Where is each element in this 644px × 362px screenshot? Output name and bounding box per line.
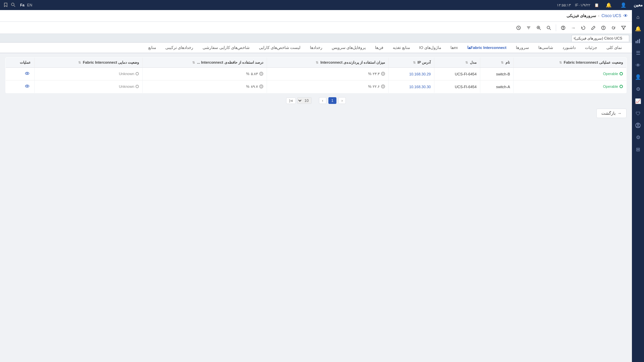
home-icon[interactable]: ⌂	[633, 11, 643, 22]
row2-ip: 10.168.30.30	[389, 80, 434, 93]
gear-sidebar-icon[interactable]: ⚙	[633, 84, 643, 95]
row1-op-status: Operable	[514, 68, 627, 80]
notification-top-icon[interactable]: 🔔	[603, 0, 614, 10]
tab-modul-io[interactable]: ماژول‌های IO	[415, 43, 446, 53]
col-ip[interactable]: آدرس IP ⇅	[389, 58, 434, 68]
status-unknown-dot2	[136, 85, 139, 88]
sort-icon-fi: ⇅	[559, 61, 562, 64]
forward-btn[interactable]: →	[569, 24, 578, 32]
tab-fan[interactable]: فن‌ها	[370, 43, 388, 53]
lang-en[interactable]: EN	[27, 3, 32, 7]
table-row: Operable switch-B UCS-FI-6454 10.168.30.…	[6, 68, 627, 80]
user-circle-icon[interactable]	[633, 120, 643, 131]
table-row: Operable switch-A UCS-FI-6454 10.168.30.…	[6, 80, 627, 93]
tab-dashboard[interactable]: داشبورد	[558, 43, 580, 53]
tab-namai-kol[interactable]: نمای کلی	[602, 43, 627, 53]
search-top-icon[interactable]	[11, 2, 15, 8]
tab-chassiha[interactable]: شاسی‌ها	[534, 43, 558, 53]
row1-name: switch-B	[480, 68, 514, 80]
user-top-icon[interactable]: 👤	[618, 0, 629, 10]
col-interconnect-usage[interactable]: میزان استفاده از پردازنده‌ی Interconnect…	[267, 58, 389, 68]
data-table: وضعیت عملیاتی Fabric Interconnect ⇅ نام …	[5, 57, 627, 93]
back-button[interactable]: → بازگشت	[596, 109, 627, 118]
row1-thermal: Unknown	[35, 68, 143, 80]
help-btn[interactable]	[559, 24, 568, 32]
app-logo: معین	[634, 3, 643, 7]
col-name[interactable]: نام ⇅	[480, 58, 514, 68]
prev-page-btn[interactable]: ‹	[338, 97, 346, 104]
svg-point-25	[26, 73, 28, 74]
sort-icon-name: ⇅	[501, 61, 503, 64]
current-page-btn[interactable]: 1	[328, 97, 336, 104]
tab-profile-service[interactable]: پروفایل‌های سرویس	[327, 43, 370, 53]
status-badge-operable: Operable	[603, 72, 623, 76]
tab-window-bar: Cisco UCS (سرورهای فیزیکی) ×	[0, 34, 632, 43]
tab-fabric-interconnect[interactable]: Fabric Interconnect‌ها	[463, 43, 511, 53]
tab-joziyat[interactable]: جزئیات	[580, 43, 602, 53]
bookmark-icon[interactable]	[3, 2, 8, 8]
row2-ip-link[interactable]: 10.168.30.30	[409, 85, 431, 89]
lang-fa[interactable]: Fa	[20, 3, 24, 7]
tab-window-label: Cisco UCS (سرورهای فیزیکی)	[575, 36, 622, 41]
tab-servera[interactable]: سرورها	[511, 43, 534, 53]
svg-point-11	[563, 29, 564, 29]
refresh-btn[interactable]	[609, 24, 618, 32]
sort-icon-thermal: ⇅	[78, 61, 81, 64]
col-memory-usage[interactable]: درصد استفاده از حافظه‌ی Interconnect ...…	[143, 58, 267, 68]
menu-icon[interactable]: ☰	[633, 48, 643, 58]
last-page-btn[interactable]: ⊳|	[286, 98, 296, 104]
page-size-select[interactable]: 10 20 50	[297, 97, 312, 104]
toolbar-divider	[556, 24, 556, 31]
grid-icon[interactable]: ⊞	[633, 144, 643, 155]
row2-cpu-val: ۲۲.۶ %	[368, 84, 385, 89]
eye-sidebar-icon[interactable]: 👁	[633, 60, 643, 70]
person-icon[interactable]: 👤	[633, 72, 643, 82]
breadcrumb: Cisco UCS › سرورهای فیزیکی	[567, 13, 621, 18]
tab-ex[interactable]: ex‌ها	[446, 43, 463, 53]
tab-bar: نمای کلی جزئیات داشبورد شاسی‌ها سرورها F…	[0, 43, 632, 53]
status-dot-operable2	[620, 85, 623, 88]
tab-window-close[interactable]: ×	[573, 37, 575, 40]
edit-btn[interactable]	[589, 24, 598, 32]
row1-actions	[6, 68, 35, 80]
tab-rakhd[interactable]: رخدادها	[305, 43, 327, 53]
breadcrumb-separator: ›	[598, 13, 599, 18]
active-tab-window[interactable]: Cisco UCS (سرورهای فیزیکی) ×	[572, 35, 629, 42]
status-badge-operable2: Operable	[603, 84, 623, 88]
settings-cog-icon[interactable]: ⚙	[633, 132, 643, 143]
right-sidebar: معین ⌂ 🔔 ☰ 👁 👤 ⚙ 📈 🛡 ⚙ ⊞	[632, 0, 644, 362]
mem2-metric-icon	[259, 84, 263, 88]
tab-list-sharekhs[interactable]: لیست شاخص‌های کارایی	[254, 43, 305, 53]
view-icon: 👁	[623, 13, 628, 18]
back-icon: →	[618, 111, 622, 116]
auto-refresh-btn[interactable]	[514, 24, 523, 32]
info-btn[interactable]	[599, 24, 608, 32]
zoom-btn[interactable]	[534, 24, 543, 32]
tab-rakhd-tarkibi[interactable]: رخدادهای ترکیبی	[161, 43, 198, 53]
row2-mem: ۸۹.۷ %	[143, 80, 267, 93]
trend-icon[interactable]: 📈	[633, 96, 643, 107]
col-operational-status-fi[interactable]: وضعیت عملیاتی Fabric Interconnect ⇅	[514, 58, 627, 68]
next-page-btn[interactable]: ›	[319, 97, 326, 104]
tab-sharekhs-karai[interactable]: شاخص‌های کارایی سفارشی	[198, 43, 254, 53]
col-fabric-status[interactable]: وضعیت دمایی Fabric Interconnect ⇅	[35, 58, 143, 68]
second-bar: 👁 Cisco UCS › سرورهای فیزیکی	[0, 10, 632, 22]
row1-eye-button[interactable]	[23, 70, 31, 77]
tab-manabe-taghzie[interactable]: منابع تغذیه	[388, 43, 414, 53]
search-btn[interactable]	[544, 24, 553, 32]
row2-actions	[6, 80, 35, 93]
chart-bar-icon[interactable]	[633, 36, 643, 46]
row1-ip-link[interactable]: 10.168.30.29	[409, 72, 431, 76]
sort-btn[interactable]	[524, 24, 533, 32]
tab-manabe[interactable]: منابع	[144, 43, 161, 53]
row2-eye-button[interactable]	[23, 83, 31, 90]
col-model[interactable]: مدل ⇅	[434, 58, 480, 68]
row1-model: UCS-FI-6454	[434, 68, 480, 80]
shield-icon[interactable]: 🛡	[633, 108, 643, 119]
bell-icon[interactable]: 🔔	[633, 23, 643, 34]
status-unknown-badge: Unknown	[119, 72, 139, 76]
breadcrumb-parent[interactable]: Cisco UCS	[601, 13, 621, 18]
mem-metric-icon	[259, 72, 263, 76]
filter-btn[interactable]	[619, 24, 628, 32]
reload-btn[interactable]	[579, 24, 588, 32]
